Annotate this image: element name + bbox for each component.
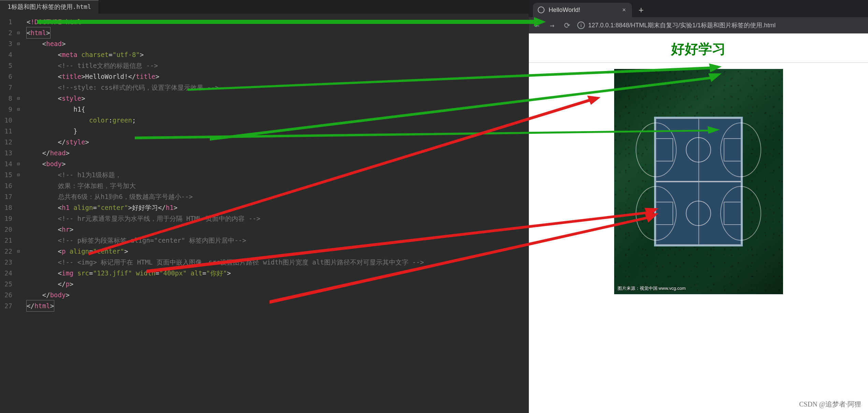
address-bar[interactable]: i 127.0.0.1:8848/HTML期末自复习/实验1/1标题和图片标签的… [577,19,865,31]
rendered-page: 好好学习 图片来源：视觉中国 www.vcg.com [529,33,868,413]
fold-gutter: ⊟⊟⊟⊟⊟⊟⊟ [14,14,23,413]
browser-pane: HelloWorld! × + ← → ⟳ i 127.0.0.1:8848/H… [529,0,868,413]
reload-icon[interactable]: ⟳ [562,21,572,30]
code-content[interactable]: <!DOCTYPE html><html> <head> <meta chars… [23,14,529,413]
csdn-watermark: CSDN @追梦者·阿狸 [799,400,861,409]
close-icon[interactable]: × [621,7,627,13]
browser-toolbar: ← → ⟳ i 127.0.0.1:8848/HTML期末自复习/实验1/1标题… [529,17,868,33]
aerial-court-image: 图片来源：视觉中国 www.vcg.com [614,69,783,294]
editor-tab-title: 1标题和图片标签的使用.html [8,3,91,11]
code-area[interactable]: 1234567891011121314151617181920212223242… [0,14,529,413]
browser-tab-active[interactable]: HelloWorld! × [533,3,632,17]
line-number-gutter: 1234567891011121314151617181920212223242… [0,14,14,413]
image-watermark: 图片来源：视觉中国 www.vcg.com [618,285,686,291]
new-tab-button[interactable]: + [634,3,648,17]
forward-icon[interactable]: → [547,21,557,30]
horizontal-rule [529,62,868,63]
browser-tabstrip: HelloWorld! × + [529,0,868,17]
image-paragraph: 图片来源：视觉中国 www.vcg.com [529,69,868,296]
url-text: 127.0.0.1:8848/HTML期末自复习/实验1/1标题和图片标签的使用… [588,21,776,29]
site-info-icon[interactable]: i [577,22,585,29]
page-heading: 好好学习 [529,40,868,58]
editor-tab-active[interactable]: 1标题和图片标签的使用.html [0,0,99,14]
editor-tabbar: 1标题和图片标签的使用.html [0,0,529,14]
globe-icon [538,6,545,13]
code-editor-pane: 1标题和图片标签的使用.html 12345678910111213141516… [0,0,529,413]
back-icon[interactable]: ← [532,21,542,30]
browser-tab-title: HelloWorld! [549,6,617,14]
